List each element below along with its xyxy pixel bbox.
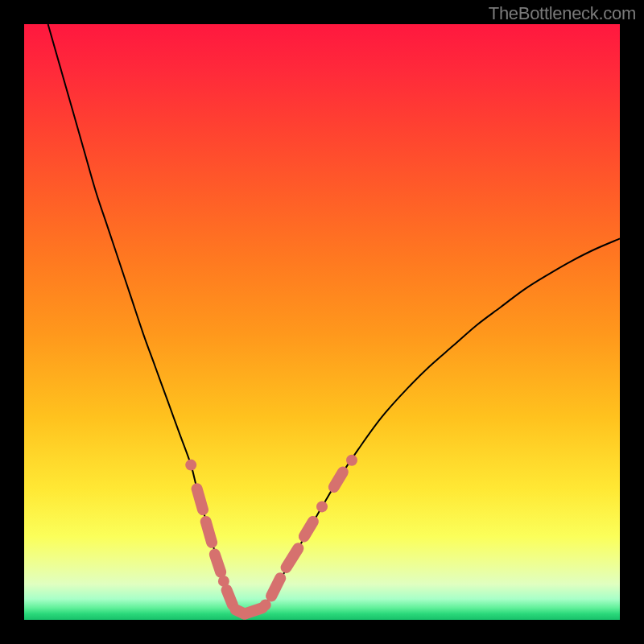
marker-group bbox=[185, 455, 357, 614]
marker-segment bbox=[304, 522, 313, 537]
marker-dot bbox=[346, 455, 357, 466]
chart-frame: TheBottleneck.com bbox=[0, 0, 644, 644]
marker-segment bbox=[206, 522, 212, 543]
marker-dot bbox=[316, 501, 328, 512]
marker-segment bbox=[287, 548, 299, 568]
curve-right-branch bbox=[262, 238, 620, 608]
marker-segment bbox=[215, 555, 221, 572]
marker-segment bbox=[271, 578, 280, 596]
plot-area bbox=[24, 24, 620, 620]
marker-segment bbox=[334, 473, 343, 488]
marker-dot bbox=[185, 460, 196, 471]
marker-segment bbox=[245, 608, 262, 613]
watermark-text: TheBottleneck.com bbox=[489, 3, 636, 24]
marker-segment bbox=[197, 489, 203, 510]
curve-svg bbox=[24, 24, 620, 620]
marker-segment bbox=[227, 590, 233, 605]
